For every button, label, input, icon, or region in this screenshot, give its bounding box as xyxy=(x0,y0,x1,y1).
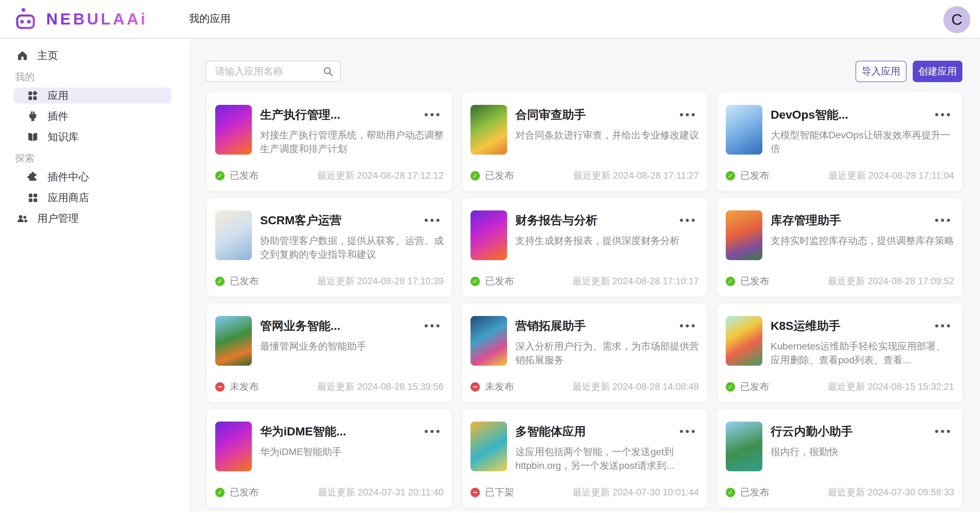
more-menu-icon[interactable] xyxy=(933,428,952,435)
more-menu-icon[interactable] xyxy=(678,217,697,224)
page-title: 我的应用 xyxy=(189,12,231,26)
sidebar-item-app-store[interactable]: 应用商店 xyxy=(14,190,172,206)
more-menu-icon[interactable] xyxy=(423,428,442,435)
status-badge: 未发布 xyxy=(471,380,514,393)
sidebar-item-home[interactable]: 主页 xyxy=(14,48,172,64)
import-app-button[interactable]: 导入应用 xyxy=(856,61,907,82)
app-card[interactable]: 合同审查助手 对合同条款进行审查，并给出专业修改建议 已发布 最近更新 2024… xyxy=(462,92,707,191)
more-menu-icon[interactable] xyxy=(933,111,952,118)
status-icon xyxy=(726,382,735,392)
updated-timestamp: 最近更新 2024-08-28 17:12:12 xyxy=(317,169,444,182)
app-card[interactable]: 多智能体应用 这应用包括两个智能，一个发送get到httpbin.org，另一个… xyxy=(462,409,707,508)
more-menu-icon[interactable] xyxy=(423,217,442,224)
app-title: K8S运维助手 xyxy=(771,318,954,334)
status-badge: 已发布 xyxy=(471,275,514,288)
status-label: 未发布 xyxy=(485,380,514,393)
status-label: 已发布 xyxy=(230,275,259,288)
status-badge: 未发布 xyxy=(215,380,259,393)
updated-timestamp: 最近更新 2024-08-28 17:09:52 xyxy=(828,275,954,287)
app-title: 财务报告与分析 xyxy=(515,212,699,228)
sidebar-item-plugins[interactable]: 插件 xyxy=(14,108,172,124)
more-menu-icon[interactable] xyxy=(423,322,442,330)
status-icon xyxy=(471,382,480,392)
app-thumbnail xyxy=(215,105,252,155)
more-menu-icon[interactable] xyxy=(678,428,697,435)
plug-icon xyxy=(27,110,39,122)
people-icon xyxy=(17,212,28,224)
status-badge: 已发布 xyxy=(215,275,259,288)
more-menu-icon[interactable] xyxy=(933,322,952,330)
app-card[interactable]: 行云内勤小助手 很内行，很勤快 已发布 最近更新 2024-07-30 09:5… xyxy=(718,409,963,508)
app-title: 合同审查助手 xyxy=(515,107,699,123)
status-label: 已发布 xyxy=(230,486,259,499)
app-thumbnail xyxy=(215,210,252,260)
app-description: 华为iDME智能助手 xyxy=(260,445,444,459)
status-badge: 已发布 xyxy=(215,486,259,499)
app-thumbnail xyxy=(471,210,507,260)
app-description: 对接生产执行管理系统，帮助用户动态调整生产调度和排产计划 xyxy=(260,128,444,156)
status-badge: 已发布 xyxy=(726,486,769,499)
search-input[interactable] xyxy=(205,61,341,82)
app-thumbnail xyxy=(215,422,252,471)
app-card[interactable]: 财务报告与分析 支持生成财务报表，提供深度财务分析 已发布 最近更新 2024-… xyxy=(462,198,707,297)
more-menu-icon[interactable] xyxy=(678,322,697,330)
sidebar-item-label: 插件 xyxy=(48,109,68,124)
app-description: 大模型智能体DevOps让研发效率再提升一倍 xyxy=(771,128,954,156)
more-menu-icon[interactable] xyxy=(423,111,442,118)
status-icon xyxy=(471,277,480,286)
search-box xyxy=(205,61,341,82)
app-description: 协助管理客户数据，提供从获客、运营、成交到复购的专业指导和建议 xyxy=(260,234,444,261)
app-title: 多智能体应用 xyxy=(515,424,699,440)
app-description: 支持生成财务报表，提供深度财务分析 xyxy=(515,234,699,248)
app-card[interactable]: 管网业务智能... 最懂管网业务的智能助手 未发布 最近更新 2024-08-2… xyxy=(207,304,452,402)
status-badge: 已发布 xyxy=(471,169,514,182)
sidebar-item-knowledge[interactable]: 知识库 xyxy=(14,129,172,145)
sidebar-item-apps[interactable]: 应用 xyxy=(14,88,172,104)
status-icon xyxy=(471,488,480,497)
app-title: 华为iDME智能... xyxy=(260,424,444,440)
toolbar: 导入应用 创建应用 xyxy=(205,61,963,82)
app-title: 行云内勤小助手 xyxy=(771,424,954,440)
updated-timestamp: 最近更新 2024-07-31 20:11:40 xyxy=(318,486,444,499)
more-menu-icon[interactable] xyxy=(678,111,697,118)
more-menu-icon[interactable] xyxy=(933,217,952,224)
app-card[interactable]: SCRM客户运营 协助管理客户数据，提供从获客、运营、成交到复购的专业指导和建议… xyxy=(207,198,452,297)
app-card[interactable]: 营销拓展助手 深入分析用户行为、需求，为市场部提供营销拓展服务 未发布 最近更新… xyxy=(462,304,707,402)
app-card[interactable]: 库存管理助手 支持实时监控库存动态，提供调整库存策略 已发布 最近更新 2024… xyxy=(718,198,963,297)
app-thumbnail xyxy=(726,105,762,155)
status-icon xyxy=(726,488,735,497)
status-icon xyxy=(215,277,224,286)
sidebar-item-plugin-center[interactable]: 插件中心 xyxy=(14,169,172,185)
app-card[interactable]: DevOps智能... 大模型智能体DevOps让研发效率再提升一倍 已发布 最… xyxy=(718,92,963,191)
home-icon xyxy=(17,50,28,61)
app-thumbnail xyxy=(471,422,507,471)
app-thumbnail xyxy=(726,316,762,366)
app-description: 很内行，很勤快 xyxy=(771,445,954,459)
sidebar-item-user-management[interactable]: 用户管理 xyxy=(14,210,172,226)
app-card[interactable]: 华为iDME智能... 华为iDME智能助手 已发布 最近更新 2024-07-… xyxy=(207,409,452,508)
sidebar-item-label: 主页 xyxy=(37,49,58,63)
app-thumbnail xyxy=(215,316,252,366)
status-icon xyxy=(726,171,735,180)
app-card[interactable]: K8S运维助手 Kubernetes运维助手轻松实现应用部署、应用删除、查看po… xyxy=(718,304,963,402)
user-avatar[interactable]: C xyxy=(943,6,970,33)
status-badge: 已发布 xyxy=(215,169,259,182)
app-card[interactable]: 生产执行管理... 对接生产执行管理系统，帮助用户动态调整生产调度和排产计划 已… xyxy=(207,92,452,191)
status-icon xyxy=(726,277,735,286)
create-app-button[interactable]: 创建应用 xyxy=(913,61,963,82)
status-label: 已发布 xyxy=(740,486,769,499)
sidebar-item-label: 插件中心 xyxy=(48,170,89,184)
app-card-grid: 生产执行管理... 对接生产执行管理系统，帮助用户动态调整生产调度和排产计划 已… xyxy=(207,92,963,508)
search-icon[interactable] xyxy=(322,65,334,77)
main-content: 导入应用 创建应用 生产执行管理... 对接生产执行管理系统，帮助用户动态调整生… xyxy=(189,39,980,511)
puzzle-icon xyxy=(27,171,39,183)
status-label: 已发布 xyxy=(740,169,769,182)
app-description: 这应用包括两个智能，一个发送get到httpbin.org，另一个发送post请… xyxy=(515,445,699,473)
status-label: 未发布 xyxy=(230,380,259,393)
updated-timestamp: 最近更新 2024-07-30 10:01:44 xyxy=(573,486,699,499)
app-thumbnail xyxy=(726,210,762,260)
status-label: 已发布 xyxy=(230,169,259,182)
brand-logo: NEBULAAi xyxy=(0,6,189,32)
updated-timestamp: 最近更新 2024-07-30 09:58:33 xyxy=(828,486,954,499)
status-label: 已发布 xyxy=(740,380,769,393)
